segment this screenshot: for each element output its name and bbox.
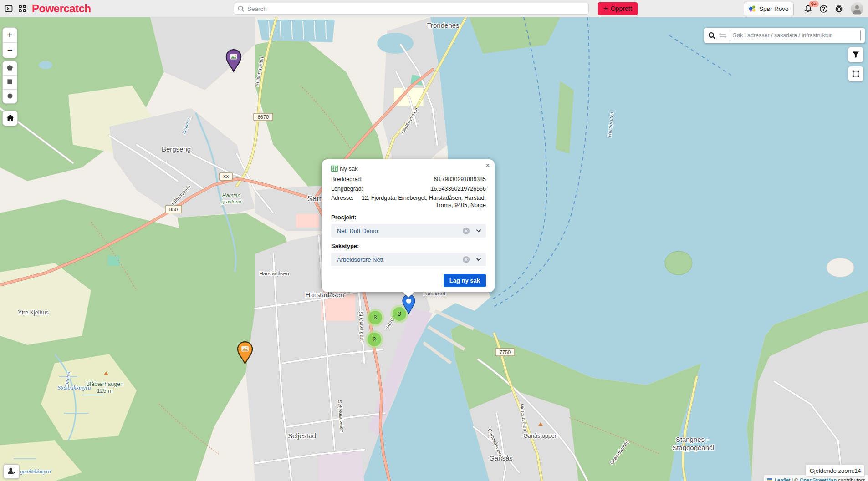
project-label: Prosjekt: <box>331 214 486 221</box>
route-shield: 83 <box>220 173 232 180</box>
project-select[interactable]: Nett Drift Demo ✕ <box>331 224 486 238</box>
clear-icon[interactable]: ✕ <box>463 256 470 263</box>
svg-text:Ganåstoppen: Ganåstoppen <box>523 433 557 439</box>
user-location-control <box>3 464 20 479</box>
popup-close-icon[interactable]: × <box>485 162 490 169</box>
route-shield: 8670 <box>254 113 273 121</box>
filter-button[interactable] <box>848 47 863 62</box>
photo-marker-purple[interactable] <box>225 49 242 74</box>
popup-title: Ny sak <box>340 165 358 172</box>
svg-text:Stággogeahči: Stággogeahči <box>672 444 714 451</box>
photo-marker-orange[interactable] <box>236 341 254 366</box>
casetype-label: Sakstype: <box>331 243 486 249</box>
create-case-button[interactable]: Lag ny sak <box>444 274 486 287</box>
longitude-value: 16.543350219726566 <box>363 185 486 192</box>
address-row: Adresse:12, Fjordgata, Eineberget, Harst… <box>331 194 486 209</box>
settings-gear-icon[interactable] <box>835 5 843 13</box>
svg-text:850: 850 <box>169 207 178 212</box>
filter-icon <box>852 51 859 58</box>
marker-cluster[interactable]: 3 <box>366 309 384 327</box>
draw-tools <box>2 61 17 104</box>
svg-text:Stangnes -: Stangnes - <box>676 435 709 443</box>
svg-text:gmobekkmyra: gmobekkmyra <box>20 468 51 475</box>
zoom-control: + − <box>2 27 17 58</box>
swap-arrows-icon[interactable] <box>719 32 726 39</box>
draw-polygon-button[interactable] <box>3 61 17 75</box>
svg-text:83: 83 <box>223 174 229 179</box>
user-avatar[interactable] <box>851 2 863 15</box>
popup-header: Ny sak <box>331 165 486 172</box>
global-search[interactable] <box>234 3 589 15</box>
leaflet-link[interactable]: Leaflet <box>775 477 791 481</box>
app-logo[interactable]: Powercatch <box>32 2 91 15</box>
home-control <box>2 111 18 126</box>
svg-text:Harstad: Harstad <box>222 192 241 198</box>
svg-text:gravlund: gravlund <box>221 199 242 204</box>
sidebar-toggle-icon[interactable] <box>5 5 13 13</box>
map-search-bar <box>704 28 865 43</box>
select-area-icon <box>852 70 859 77</box>
apps-grid-icon[interactable] <box>18 5 26 13</box>
map-canvas[interactable]: 83 850 8670 7750 Trondenes Bergseng Sama… <box>0 17 868 481</box>
notifications-badge: 9+ <box>809 1 819 7</box>
rovo-button[interactable]: Spør Rovo <box>744 2 794 15</box>
current-zoom-indicator: Gjeldende zoom:14 <box>806 465 865 476</box>
svg-text:Bergseng: Bergseng <box>162 145 191 153</box>
draw-rectangle-button[interactable] <box>3 75 17 89</box>
casetype-select[interactable]: Arbeidsordre Nett ✕ <box>331 253 486 266</box>
svg-text:7750: 7750 <box>500 349 511 355</box>
latitude-value: 68.79830291886385 <box>363 176 486 183</box>
plus-icon: + <box>603 4 608 13</box>
address-value: 12, Fjordgata, Eineberget, Harstadåsen, … <box>353 194 486 209</box>
draw-circle-button[interactable] <box>3 89 17 103</box>
svg-text:Ytre Kjelhus: Ytre Kjelhus <box>18 309 48 316</box>
zoom-in-button[interactable]: + <box>3 28 17 43</box>
popup-info: Breddegrad:68.79830291886385 Lengdegrad:… <box>331 176 486 209</box>
svg-text:Seljestad: Seljestad <box>288 432 316 440</box>
svg-text:Trondenes: Trondenes <box>427 21 459 29</box>
osm-link[interactable]: OpenStreetMap <box>800 477 837 481</box>
chevron-down-icon <box>476 258 481 261</box>
map-icon <box>331 165 338 172</box>
latitude-row: Breddegrad:68.79830291886385 <box>331 176 486 183</box>
marker-cluster[interactable]: 2 <box>365 330 383 349</box>
longitude-row: Lengdegrad:16.543350219726566 <box>331 185 486 192</box>
svg-text:8670: 8670 <box>258 114 269 120</box>
svg-text:Blåbærhaugen: Blåbærhaugen <box>86 381 123 387</box>
route-shield: 850 <box>165 206 182 213</box>
user-settings-button[interactable] <box>4 465 19 478</box>
svg-text:125 m: 125 m <box>97 388 113 394</box>
home-button[interactable] <box>3 111 17 126</box>
global-search-input[interactable] <box>247 5 585 12</box>
search-icon <box>708 32 716 40</box>
map-search-input[interactable] <box>730 30 861 41</box>
clear-icon[interactable]: ✕ <box>463 228 470 234</box>
selected-location-marker[interactable] <box>402 294 416 316</box>
create-button[interactable]: + Opprett <box>598 2 638 15</box>
topbar: Powercatch + Opprett Spør Rovo 9+ <box>0 0 868 17</box>
chevron-down-icon <box>476 229 481 233</box>
zoom-out-button[interactable]: − <box>3 43 17 58</box>
svg-text:Harstadåsen: Harstadåsen <box>259 271 289 276</box>
select-area-button[interactable] <box>848 66 863 81</box>
ukraine-flag-icon <box>767 478 772 481</box>
route-shield: 7750 <box>495 349 515 356</box>
rovo-icon <box>749 5 756 12</box>
search-icon <box>238 5 245 12</box>
new-case-popup: × Ny sak Breddegrad:68.79830291886385 Le… <box>322 159 495 292</box>
help-icon[interactable] <box>819 5 827 13</box>
